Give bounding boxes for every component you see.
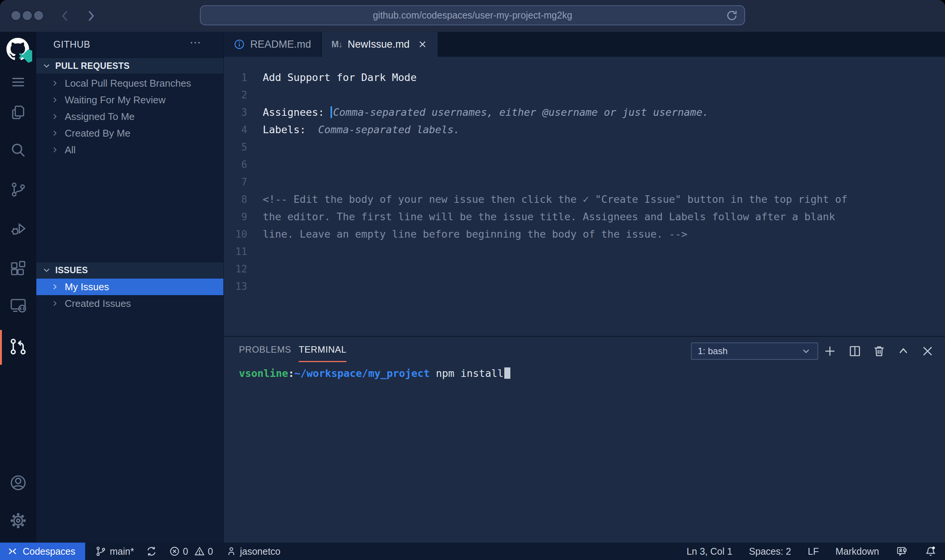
section-issues[interactable]: ISSUES: [36, 262, 223, 278]
source-control-icon[interactable]: [0, 181, 36, 198]
warning-icon: [194, 546, 205, 557]
sidebar-item-all[interactable]: All: [36, 142, 223, 158]
chevron-right-icon: [50, 299, 59, 308]
line-number: 4: [224, 121, 247, 138]
address-bar-url: github.com/codespaces/user-my-project-mg…: [373, 10, 572, 21]
github-codespaces-logo: [0, 38, 36, 61]
sync-icon: [145, 545, 158, 557]
split-terminal-icon[interactable]: [848, 344, 862, 358]
error-icon: [169, 546, 180, 557]
code-line-labels: Labels: Comma-separated labels.: [263, 121, 460, 138]
sidebar-item-created-by-me[interactable]: Created By Me: [36, 125, 223, 142]
signed-in-user-item[interactable]: jasonetco: [226, 546, 281, 557]
sidebar-item-waiting-for-my-review[interactable]: Waiting For My Review: [36, 92, 223, 108]
remote-explorer-icon[interactable]: [0, 297, 36, 314]
language-mode-item[interactable]: Markdown: [836, 546, 879, 557]
chevron-down-icon: [42, 61, 51, 71]
chevron-right-icon: [50, 145, 59, 154]
info-icon: [234, 39, 245, 50]
window-minimize-button[interactable]: [23, 11, 32, 20]
eol-item[interactable]: LF: [808, 546, 819, 557]
code-line-assignees: Assignees: Comma-separated usernames, ei…: [263, 104, 708, 121]
line-number: 2: [224, 86, 247, 104]
chevron-right-icon: [50, 79, 59, 88]
chevron-right-icon: [50, 112, 59, 121]
sidebar-item-local-pull-request-branches[interactable]: Local Pull Request Branches: [36, 75, 223, 92]
problems-status-item[interactable]: 0 0: [169, 546, 213, 557]
workbench: GITHUB ⋯ PULL REQUESTS Local Pull Reques…: [0, 32, 945, 543]
settings-gear-icon[interactable]: [0, 512, 36, 530]
line-number: 5: [224, 138, 247, 156]
maximize-panel-icon[interactable]: [896, 344, 911, 358]
terminal-prompt-line[interactable]: vsonline:~/workspace/my_project npm inst…: [239, 367, 510, 380]
extensions-icon[interactable]: [0, 260, 36, 277]
code-line-comment-3: line. Leave an empty line before beginni…: [263, 226, 688, 243]
line-number: 1: [224, 69, 247, 86]
close-panel-icon[interactable]: [920, 344, 935, 358]
line-number: 12: [224, 260, 247, 278]
sidebar-item-created-issues[interactable]: Created Issues: [36, 295, 223, 312]
terminal-shell-select[interactable]: 1: bash: [691, 342, 818, 360]
browser-chrome: github.com/codespaces/user-my-project-mg…: [0, 0, 945, 32]
cursor-position-item[interactable]: Ln 3, Col 1: [686, 546, 732, 557]
editor-content[interactable]: 1 Add Support for Dark Mode 2 3 Assignee…: [224, 57, 945, 336]
editor-tab-bar: README.md M↓ NewIssue.md: [224, 32, 945, 57]
line-number: 6: [224, 156, 247, 173]
activity-bar: [0, 32, 36, 543]
line-number: 3: [224, 104, 247, 121]
window-close-button[interactable]: [11, 11, 20, 20]
sidebar-github-view: GITHUB ⋯ PULL REQUESTS Local Pull Reques…: [36, 32, 223, 543]
line-number: 9: [224, 208, 247, 226]
sidebar-item-my-issues[interactable]: My Issues: [36, 278, 223, 295]
github-pull-requests-icon[interactable]: [0, 338, 36, 356]
indentation-item[interactable]: Spaces: 2: [749, 546, 791, 557]
browser-back-button[interactable]: [58, 8, 73, 24]
remote-indicator[interactable]: Codespaces: [0, 543, 85, 560]
new-terminal-icon[interactable]: [823, 344, 837, 358]
run-debug-icon[interactable]: [0, 220, 36, 238]
code-line-comment-1: <!-- Edit the body of your new issue the…: [263, 191, 847, 208]
account-icon[interactable]: [0, 474, 36, 492]
tab-terminal[interactable]: TERMINAL: [299, 344, 346, 362]
markdown-icon: M↓: [332, 39, 343, 50]
terminal-path: ~/workspace/my_project: [294, 367, 430, 379]
address-bar[interactable]: github.com/codespaces/user-my-project-mg…: [200, 5, 745, 25]
code-line-comment-2: the editor. The first line will be the i…: [263, 208, 835, 226]
close-icon[interactable]: [417, 39, 428, 50]
editor-group: README.md M↓ NewIssue.md 1 Add Support f…: [223, 32, 945, 543]
status-bar: Codespaces main* 0 0: [0, 543, 945, 560]
line-number: 10: [224, 226, 247, 243]
sync-status-item[interactable]: [145, 545, 158, 557]
terminal-user: vsonline: [239, 367, 288, 379]
kill-terminal-trash-icon[interactable]: [872, 344, 886, 358]
line-number: 8: [224, 191, 247, 208]
feedback-icon[interactable]: [896, 545, 908, 557]
tab-problems[interactable]: PROBLEMS: [239, 344, 291, 355]
person-icon: [226, 546, 237, 557]
tab-readme[interactable]: README.md: [224, 32, 322, 57]
text-cursor: [331, 106, 332, 118]
branch-status-item[interactable]: main*: [95, 546, 134, 557]
browser-forward-button[interactable]: [83, 8, 98, 24]
warning-count: 0: [208, 546, 213, 557]
menu-icon[interactable]: [0, 73, 36, 91]
search-icon[interactable]: [0, 142, 36, 159]
bottom-panel: PROBLEMS TERMINAL 1: bash: [224, 336, 945, 543]
notifications-bell-icon[interactable]: [925, 545, 937, 557]
chevron-right-icon: [50, 282, 59, 291]
window-zoom-button[interactable]: [34, 11, 43, 20]
reload-icon[interactable]: [725, 9, 738, 22]
line-number: 13: [224, 278, 247, 295]
terminal-cursor: [504, 367, 510, 379]
line-number: 11: [224, 243, 247, 260]
codespaces-remote-icon: [7, 546, 18, 557]
tab-newissue[interactable]: M↓ NewIssue.md: [322, 32, 438, 57]
chevron-down-icon: [801, 346, 811, 356]
explorer-icon[interactable]: [0, 104, 36, 121]
chevron-right-icon: [50, 95, 59, 104]
more-actions-icon[interactable]: ⋯: [190, 36, 202, 49]
section-pull-requests[interactable]: PULL REQUESTS: [36, 58, 223, 74]
sidebar-item-assigned-to-me[interactable]: Assigned To Me: [36, 108, 223, 125]
terminal-command: npm install: [430, 367, 504, 379]
chevron-right-icon: [50, 129, 59, 138]
